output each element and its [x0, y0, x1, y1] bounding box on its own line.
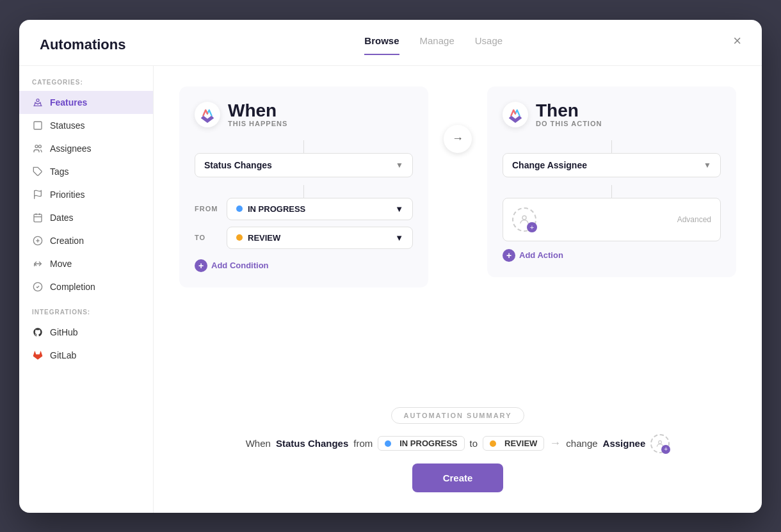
add-action-button[interactable]: + Add Action: [503, 249, 563, 262]
create-button[interactable]: Create: [412, 463, 504, 492]
then-subtitle: DO THIS ACTION: [536, 120, 602, 127]
arrow-circle: →: [444, 125, 472, 153]
to-status-dot: [236, 234, 243, 241]
to-status-dropdown[interactable]: REVIEW ▼: [227, 227, 413, 249]
summary-to-word: to: [470, 438, 478, 449]
gitlab-icon: [32, 350, 44, 361]
svg-rect-1: [34, 122, 42, 129]
from-label: FROM: [195, 205, 220, 213]
sidebar-label-move: Move: [50, 259, 72, 269]
sidebar-item-creation[interactable]: Creation: [19, 229, 153, 252]
sidebar-label-completion: Completion: [50, 282, 95, 292]
add-action-icon: +: [503, 249, 515, 262]
summary-in-progress-badge: IN PROGRESS: [378, 436, 464, 451]
summary-in-progress-dot: [385, 440, 391, 447]
then-title: Then: [536, 102, 602, 120]
sidebar-label-assignees: Assignees: [50, 143, 92, 154]
then-connector-mid: [611, 185, 612, 198]
modal-title: Automations: [40, 36, 125, 53]
then-logo: [503, 102, 528, 127]
summary-text: When Status Changes from IN PROGRESS to …: [246, 434, 670, 453]
trigger-label: Status Changes: [204, 160, 272, 170]
main-content: When THIS HAPPENS Status Changes ▼ FROM: [154, 66, 762, 513]
when-connector-top: [303, 140, 304, 153]
summary-status-changes: Status Changes: [276, 438, 348, 449]
then-connector-top: [611, 140, 612, 153]
crown-icon: [32, 97, 44, 108]
action-chevron-icon: ▼: [704, 161, 711, 170]
action-dropdown[interactable]: Change Assignee ▼: [503, 153, 721, 177]
action-label: Change Assignee: [512, 160, 587, 170]
sidebar-label-github: GitHub: [50, 327, 78, 337]
when-block-titles: When THIS HAPPENS: [228, 102, 287, 127]
sidebar-item-tags[interactable]: Tags: [19, 160, 153, 183]
add-action-label: Add Action: [519, 250, 563, 260]
svg-rect-6: [34, 214, 42, 222]
sidebar-item-move[interactable]: Move: [19, 252, 153, 275]
to-status-text: REVIEW: [248, 233, 280, 243]
sidebar-label-creation: Creation: [50, 236, 84, 246]
automations-modal: Automations Browse Manage Usage × CATEGO…: [19, 20, 762, 513]
sidebar-item-gitlab[interactable]: GitLab: [19, 344, 153, 367]
svg-point-15: [659, 440, 662, 444]
advanced-link[interactable]: Advanced: [677, 215, 711, 224]
sidebar-label-gitlab: GitLab: [50, 350, 76, 360]
github-icon: [32, 326, 44, 338]
summary-review-dot: [490, 440, 496, 447]
summary-change-word: change: [566, 438, 597, 449]
summary-when: When: [246, 438, 271, 449]
automation-builder: When THIS HAPPENS Status Changes ▼ FROM: [179, 86, 736, 387]
calendar-icon: [32, 212, 44, 223]
svg-point-3: [38, 145, 41, 147]
sidebar-item-github[interactable]: GitHub: [19, 321, 153, 344]
from-chevron-icon: ▼: [395, 204, 403, 214]
from-status-dropdown[interactable]: IN PROGRESS ▼: [227, 198, 413, 220]
flag-icon: [32, 189, 44, 200]
square-icon: [32, 120, 44, 131]
tag-icon: [32, 166, 44, 177]
summary-review-text: REVIEW: [504, 439, 537, 448]
summary-label: AUTOMATION SUMMARY: [391, 407, 524, 424]
close-button[interactable]: ×: [733, 33, 741, 49]
when-title: When: [228, 102, 287, 120]
sidebar-label-features: Features: [50, 97, 87, 108]
to-label: TO: [195, 234, 220, 241]
assignee-area: + Advanced: [503, 198, 721, 241]
sidebar-item-assignees[interactable]: Assignees: [19, 137, 153, 160]
tab-manage[interactable]: Manage: [420, 35, 455, 55]
plus-circle-icon: [32, 235, 44, 246]
move-icon: [32, 258, 44, 270]
from-row: FROM IN PROGRESS ▼: [195, 198, 413, 220]
svg-point-2: [35, 145, 38, 147]
sidebar-item-completion[interactable]: Completion: [19, 275, 153, 298]
summary-section: AUTOMATION SUMMARY When Status Changes f…: [179, 407, 736, 492]
summary-arrow-icon: →: [549, 437, 561, 450]
tab-usage[interactable]: Usage: [475, 35, 503, 55]
from-status-text: IN PROGRESS: [248, 204, 305, 214]
sidebar-item-priorities[interactable]: Priorities: [19, 183, 153, 206]
assignee-plus-badge: +: [527, 222, 537, 232]
modal-tabs: Browse Manage Usage: [364, 35, 503, 55]
when-connector-mid: [303, 185, 304, 198]
arrow-connector: →: [439, 125, 477, 153]
to-row: TO REVIEW ▼: [195, 227, 413, 249]
sidebar-item-dates[interactable]: Dates: [19, 206, 153, 229]
add-condition-button[interactable]: + Add Condition: [195, 259, 269, 272]
check-circle-icon: [32, 281, 44, 293]
sidebar-item-statuses[interactable]: Statuses: [19, 114, 153, 137]
tab-browse[interactable]: Browse: [364, 35, 399, 55]
sidebar-label-statuses: Statuses: [50, 120, 85, 131]
trigger-chevron-icon: ▼: [396, 161, 403, 170]
summary-assignee: Assignee: [603, 438, 646, 449]
sidebar-item-features[interactable]: Features: [19, 91, 153, 114]
when-block-header: When THIS HAPPENS: [195, 102, 413, 127]
trigger-dropdown[interactable]: Status Changes ▼: [195, 153, 413, 177]
summary-review-badge: REVIEW: [483, 436, 544, 451]
when-block: When THIS HAPPENS Status Changes ▼ FROM: [179, 86, 428, 287]
from-status-left: IN PROGRESS: [236, 204, 305, 214]
summary-assignee-plus: +: [661, 445, 670, 454]
when-subtitle: THIS HAPPENS: [228, 120, 287, 127]
assignee-placeholder: +: [512, 207, 536, 232]
summary-assignee-icon: +: [650, 434, 670, 453]
sidebar-label-priorities: Priorities: [50, 189, 85, 200]
